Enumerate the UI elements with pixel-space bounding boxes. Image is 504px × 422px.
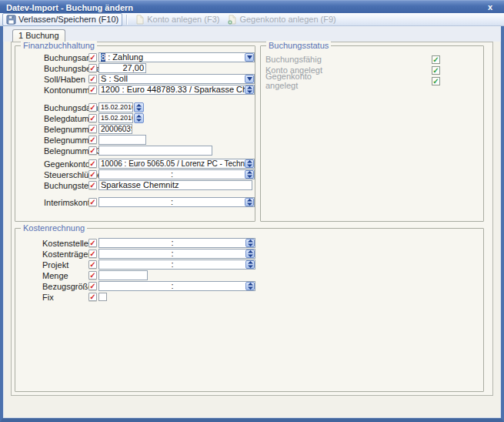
kontonummer-spinner-icon[interactable] bbox=[245, 85, 254, 94]
dialog-content: 1 Buchung Finanzbuchhaltung Buchungsart … bbox=[3, 26, 501, 418]
menge-enable-check-icon[interactable]: ✓ bbox=[88, 271, 97, 280]
menge-input[interactable] bbox=[98, 270, 148, 280]
create-contra-account-label: Gegenkonto anlegen (F9) bbox=[239, 15, 335, 24]
kostentraeger-value: : bbox=[99, 250, 245, 258]
close-button[interactable]: x bbox=[484, 2, 496, 12]
buchungsart-combobox[interactable]: 8 : Zahlung bbox=[98, 52, 255, 62]
belegnummer-input[interactable]: 20006039 bbox=[98, 124, 132, 134]
belegdatum-spinner-icon[interactable] bbox=[134, 113, 144, 123]
fix-enable-check-icon[interactable]: ✓ bbox=[88, 293, 97, 301]
row-gegenkonto: Gegenkonto ✓ 10006 : Euro 5065.05 / Lore… bbox=[15, 159, 255, 169]
buchungsart-label: Buchungsart bbox=[44, 53, 88, 62]
group-buchungsstatus-title: Buchungsstatus bbox=[266, 41, 331, 50]
bezugsgroesse-combobox[interactable]: : bbox=[98, 281, 255, 291]
belegnummer-enable-check-icon[interactable]: ✓ bbox=[88, 125, 97, 133]
steuerschluessel-spinner-icon[interactable] bbox=[245, 170, 254, 179]
belegnummer2-input[interactable] bbox=[98, 135, 146, 145]
kostentraeger-spinner-icon[interactable] bbox=[245, 250, 255, 258]
group-kostenrechnung: Kostenrechnung Kostenstelle ✓ : Kostentr… bbox=[15, 228, 484, 392]
save-exit-label: Verlassen/Speichern (F10) bbox=[18, 15, 118, 24]
projekt-label: Projekt bbox=[42, 260, 88, 270]
kostentraeger-combobox[interactable]: : bbox=[98, 249, 255, 259]
save-exit-button[interactable]: Verlassen/Speichern (F10) bbox=[2, 13, 122, 26]
row-buchungsfaehig: Buchungsfähig ✓ bbox=[261, 54, 483, 65]
gegenkonto-value: 10006 : Euro 5065.05 / Lorenz PC - Techn… bbox=[99, 159, 245, 168]
gegenkonto-angelegt-label: Gegenkonto angelegt bbox=[265, 72, 346, 90]
konto-angelegt-checkbox[interactable]: ✓ bbox=[432, 66, 440, 75]
sollhaben-dropdown-arrow-icon[interactable] bbox=[245, 75, 254, 83]
row-bezugsgroesse: Bezugsgröße ✓ : bbox=[15, 281, 483, 291]
kostentraeger-enable-check-icon[interactable]: ✓ bbox=[88, 250, 97, 258]
belegdatum-enable-check-icon[interactable]: ✓ bbox=[88, 114, 97, 122]
row-buchungstext: Buchungstext ✓ Sparkasse Chemnitz bbox=[15, 180, 255, 190]
buchungsfaehig-label: Buchungsfähig bbox=[265, 55, 346, 64]
buchungsart-value: 8 : Zahlung bbox=[99, 53, 245, 62]
sollhaben-enable-check-icon[interactable]: ✓ bbox=[88, 75, 97, 83]
buchungsart-dropdown-arrow-icon[interactable] bbox=[245, 53, 254, 62]
row-buchungsdatum: Buchungsdatum ✓ 15.02.2010 /Mo bbox=[15, 102, 255, 112]
tab-buchung[interactable]: 1 Buchung bbox=[12, 29, 65, 42]
buchungsart-enable-check-icon[interactable]: ✓ bbox=[88, 53, 97, 62]
gegenkonto-label: Gegenkonto bbox=[44, 159, 88, 169]
title-bar: Datev-Import - Buchung ändern x bbox=[0, 0, 504, 14]
group-finanzbuchhaltung: Finanzbuchhaltung Buchungsart ✓ 8 : Zahl… bbox=[15, 45, 255, 222]
bezugsgroesse-enable-check-icon[interactable]: ✓ bbox=[88, 282, 97, 290]
belegnummer3-input[interactable] bbox=[98, 146, 212, 156]
row-kostenstelle: Kostenstelle ✓ : bbox=[15, 238, 483, 248]
tab-buchung-label: 1 Buchung bbox=[18, 31, 59, 40]
buchungsart-rest: : Zahlung bbox=[105, 53, 143, 62]
row-steuerschluessel: Steuerschlüssel ✓ : bbox=[15, 169, 255, 179]
steuerschluessel-combobox[interactable]: : bbox=[98, 169, 255, 179]
projekt-combobox[interactable]: : bbox=[98, 260, 255, 270]
close-icon: x bbox=[488, 2, 492, 12]
belegnummer3-enable-check-icon[interactable]: ✓ bbox=[88, 146, 97, 155]
steuerschluessel-enable-check-icon[interactable]: ✓ bbox=[88, 170, 97, 179]
kontonummer-enable-check-icon[interactable]: ✓ bbox=[88, 85, 97, 94]
projekt-spinner-icon[interactable] bbox=[245, 260, 255, 269]
belegdatum-input[interactable]: 15.02.2010 /Mo bbox=[98, 113, 133, 123]
gegenkonto-enable-check-icon[interactable]: ✓ bbox=[88, 159, 97, 168]
interimskonto-enable-check-icon[interactable]: ✓ bbox=[88, 198, 97, 206]
buchungsbetrag-enable-check-icon[interactable]: ✓ bbox=[88, 64, 97, 72]
kostenstelle-enable-check-icon[interactable]: ✓ bbox=[88, 239, 97, 247]
row-belegnummer3: Belegnummer3 ✓ bbox=[15, 146, 255, 156]
kostenstelle-spinner-icon[interactable] bbox=[245, 239, 255, 247]
buchungsdatum-enable-check-icon[interactable]: ✓ bbox=[88, 103, 97, 112]
row-belegdatum: Belegdatum ✓ 15.02.2010 /Mo bbox=[15, 113, 255, 123]
menge-label: Menge bbox=[42, 271, 88, 280]
buchungstext-input[interactable]: Sparkasse Chemnitz bbox=[98, 180, 252, 190]
interimskonto-label: Interimskonto bbox=[44, 198, 88, 207]
gegenkonto-spinner-icon[interactable] bbox=[245, 159, 254, 168]
interimskonto-spinner-icon[interactable] bbox=[245, 198, 254, 206]
tab-strip bbox=[3, 26, 501, 42]
buchungsbetrag-label: Buchungsbetrag bbox=[44, 64, 88, 73]
buchungsbetrag-input[interactable]: 27,00 bbox=[98, 63, 146, 73]
belegnummer-label: Belegnummer bbox=[44, 125, 88, 134]
row-belegnummer: Belegnummer ✓ 20006039 bbox=[15, 124, 255, 134]
create-contra-account-button: Gegenkonto anlegen (F9) bbox=[223, 13, 339, 26]
belegnummer-value: 20006039 bbox=[99, 125, 132, 133]
kostenstelle-combobox[interactable]: : bbox=[98, 238, 255, 248]
buchungstext-enable-check-icon[interactable]: ✓ bbox=[88, 181, 97, 189]
projekt-enable-check-icon[interactable]: ✓ bbox=[88, 260, 97, 269]
steuerschluessel-value: : bbox=[99, 170, 245, 179]
row-belegnummer2: Belegnummer 2 ✓ bbox=[15, 135, 255, 145]
interimskonto-combobox[interactable]: : bbox=[98, 197, 255, 207]
buchungsdatum-input[interactable]: 15.02.2010 /Mo bbox=[98, 102, 133, 112]
projekt-value: : bbox=[99, 260, 245, 269]
belegnummer2-enable-check-icon[interactable]: ✓ bbox=[88, 136, 97, 144]
steuerschluessel-label: Steuerschlüssel bbox=[44, 170, 88, 179]
bezugsgroesse-spinner-icon[interactable] bbox=[245, 282, 255, 290]
row-menge: Menge ✓ bbox=[15, 270, 483, 280]
kontonummer-value: 1200 : Euro 448789.33 / Sparkasse Chemni… bbox=[99, 85, 245, 94]
buchungsdatum-spinner-icon[interactable] bbox=[134, 102, 144, 112]
row-interimskonto: Interimskonto ✓ : bbox=[15, 197, 255, 207]
gegenkonto-combobox[interactable]: 10006 : Euro 5065.05 / Lorenz PC - Techn… bbox=[98, 159, 255, 169]
row-buchungsart: Buchungsart ✓ 8 : Zahlung bbox=[15, 52, 255, 62]
kontonummer-combobox[interactable]: 1200 : Euro 448789.33 / Sparkasse Chemni… bbox=[98, 85, 255, 95]
gegenkonto-angelegt-checkbox[interactable]: ✓ bbox=[432, 77, 440, 85]
fix-checkbox[interactable] bbox=[98, 293, 107, 301]
fix-label: Fix bbox=[42, 293, 88, 302]
sollhaben-combobox[interactable]: S : Soll bbox=[98, 74, 255, 84]
buchungsfaehig-checkbox[interactable]: ✓ bbox=[432, 55, 440, 64]
